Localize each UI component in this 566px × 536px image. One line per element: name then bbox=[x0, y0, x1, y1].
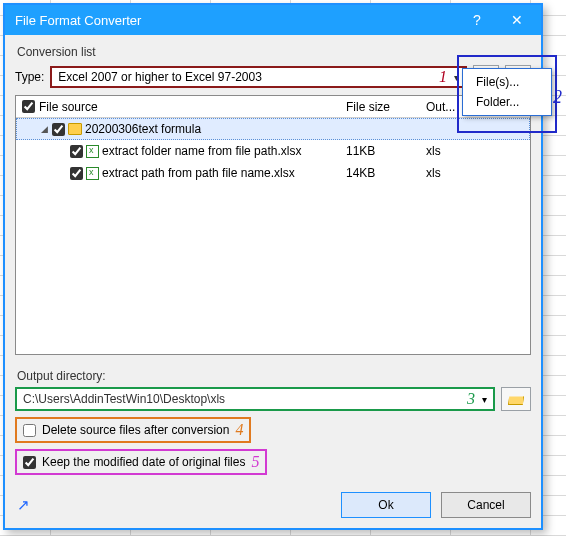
file-row[interactable]: extract path from path file name.xlsx 14… bbox=[16, 162, 530, 184]
type-row: Type: Excel 2007 or higher to Excel 97-2… bbox=[15, 65, 531, 89]
file-size: 11KB bbox=[346, 144, 426, 158]
file-out: xls bbox=[426, 144, 530, 158]
delete-source-checkbox[interactable] bbox=[23, 424, 36, 437]
folder-icon bbox=[68, 123, 82, 135]
add-menu-folder[interactable]: Folder... bbox=[466, 92, 548, 112]
chevron-down-icon: ▾ bbox=[475, 394, 493, 405]
footer: ↗ Ok Cancel bbox=[15, 478, 531, 518]
close-button[interactable]: ✕ bbox=[497, 5, 537, 35]
add-menu-files[interactable]: File(s)... bbox=[466, 72, 548, 92]
delete-source-label: Delete source files after conversion bbox=[42, 423, 229, 437]
header-source-label: File source bbox=[39, 100, 98, 114]
folder-row[interactable]: ◢ 20200306text formula bbox=[16, 118, 530, 140]
header-file-source[interactable]: File source bbox=[16, 100, 346, 114]
header-checkbox[interactable] bbox=[22, 100, 35, 113]
output-directory-label: Output directory: bbox=[17, 369, 531, 383]
dialog-body: Conversion list Type: Excel 2007 or high… bbox=[5, 35, 541, 528]
window-title: File Format Converter bbox=[15, 13, 457, 28]
file-list: File source File size Out... ◢ 20200306t… bbox=[15, 95, 531, 355]
file-out: xls bbox=[426, 166, 530, 180]
list-header: File source File size Out... bbox=[16, 96, 530, 118]
annotation-number-1: 1 bbox=[439, 68, 447, 86]
collapse-icon[interactable]: ◢ bbox=[39, 124, 49, 134]
file-size: 14KB bbox=[346, 166, 426, 180]
list-body: ◢ 20200306text formula extract folder na… bbox=[16, 118, 530, 354]
type-label: Type: bbox=[15, 70, 44, 84]
folder-checkbox[interactable] bbox=[52, 123, 65, 136]
output-row: C:\Users\AddinTestWin10\Desktop\xls 3 ▾ bbox=[15, 387, 531, 411]
external-link-icon[interactable]: ↗ bbox=[17, 496, 30, 514]
conversion-list-label: Conversion list bbox=[17, 45, 531, 59]
output-path-combo[interactable]: C:\Users\AddinTestWin10\Desktop\xls 3 ▾ bbox=[15, 387, 495, 411]
excel-icon bbox=[86, 167, 99, 180]
ok-button[interactable]: Ok bbox=[341, 492, 431, 518]
help-button[interactable]: ? bbox=[457, 5, 497, 35]
delete-source-option[interactable]: Delete source files after conversion 4 bbox=[15, 417, 251, 443]
browse-folder-button[interactable] bbox=[501, 387, 531, 411]
output-path-value: C:\Users\AddinTestWin10\Desktop\xls bbox=[17, 392, 467, 406]
add-menu: File(s)... Folder... bbox=[462, 68, 552, 116]
file-name: extract path from path file name.xlsx bbox=[102, 166, 295, 180]
annotation-number-5: 5 bbox=[251, 453, 259, 471]
cancel-button[interactable]: Cancel bbox=[441, 492, 531, 518]
file-checkbox[interactable] bbox=[70, 167, 83, 180]
annotation-number-2: 2 bbox=[553, 87, 562, 108]
header-file-size[interactable]: File size bbox=[346, 100, 426, 114]
annotation-number-3: 3 bbox=[467, 390, 475, 408]
open-folder-icon bbox=[508, 393, 524, 405]
excel-icon bbox=[86, 145, 99, 158]
keep-date-option[interactable]: Keep the modified date of original files… bbox=[15, 449, 267, 475]
file-row[interactable]: extract folder name from file path.xlsx … bbox=[16, 140, 530, 162]
annotation-number-4: 4 bbox=[235, 421, 243, 439]
folder-name: 20200306text formula bbox=[85, 122, 201, 136]
titlebar: File Format Converter ? ✕ bbox=[5, 5, 541, 35]
type-combo-value: Excel 2007 or higher to Excel 97-2003 bbox=[52, 70, 439, 84]
file-checkbox[interactable] bbox=[70, 145, 83, 158]
keep-date-label: Keep the modified date of original files bbox=[42, 455, 245, 469]
file-name: extract folder name from file path.xlsx bbox=[102, 144, 301, 158]
keep-date-checkbox[interactable] bbox=[23, 456, 36, 469]
type-combo[interactable]: Excel 2007 or higher to Excel 97-2003 1 … bbox=[50, 66, 467, 88]
